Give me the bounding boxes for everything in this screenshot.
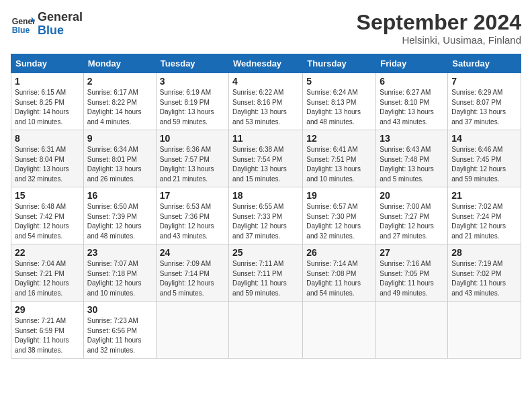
svg-text:General: General bbox=[12, 17, 35, 26]
day-info: Sunrise: 6:48 AMSunset: 7:42 PMDaylight:… bbox=[15, 202, 80, 241]
day-info: Sunrise: 6:22 AMSunset: 8:16 PMDaylight:… bbox=[232, 88, 299, 127]
calendar-cell: 23Sunrise: 7:07 AMSunset: 7:18 PMDayligh… bbox=[83, 244, 156, 302]
day-number: 14 bbox=[451, 133, 517, 144]
calendar-cell: 2Sunrise: 6:17 AMSunset: 8:22 PMDaylight… bbox=[83, 73, 156, 130]
calendar-cell: 22Sunrise: 7:04 AMSunset: 7:21 PMDayligh… bbox=[11, 244, 84, 302]
day-number: 12 bbox=[306, 133, 372, 144]
day-number: 24 bbox=[160, 247, 225, 258]
day-info: Sunrise: 7:02 AMSunset: 7:24 PMDaylight:… bbox=[451, 202, 517, 241]
day-info: Sunrise: 7:16 AMSunset: 7:05 PMDaylight:… bbox=[380, 259, 444, 298]
calendar-cell: 8Sunrise: 6:31 AMSunset: 8:04 PMDaylight… bbox=[11, 130, 84, 187]
day-info: Sunrise: 6:27 AMSunset: 8:10 PMDaylight:… bbox=[380, 88, 444, 127]
day-number: 15 bbox=[15, 190, 80, 201]
day-number: 28 bbox=[451, 247, 517, 258]
day-info: Sunrise: 6:29 AMSunset: 8:07 PMDaylight:… bbox=[451, 88, 517, 127]
calendar-cell: 7Sunrise: 6:29 AMSunset: 8:07 PMDaylight… bbox=[448, 73, 521, 130]
logo-general: General bbox=[38, 10, 83, 24]
day-info: Sunrise: 6:38 AMSunset: 7:54 PMDaylight:… bbox=[232, 145, 299, 184]
day-number: 23 bbox=[87, 247, 152, 258]
day-info: Sunrise: 7:23 AMSunset: 6:56 PMDaylight:… bbox=[87, 316, 152, 355]
calendar-cell bbox=[303, 302, 376, 359]
day-info: Sunrise: 7:00 AMSunset: 7:27 PMDaylight:… bbox=[380, 202, 444, 241]
weekday-header: Friday bbox=[376, 54, 448, 73]
calendar-cell: 3Sunrise: 6:19 AMSunset: 8:19 PMDaylight… bbox=[156, 73, 228, 130]
calendar-week-row: 29Sunrise: 7:21 AMSunset: 6:59 PMDayligh… bbox=[11, 302, 521, 359]
day-info: Sunrise: 7:07 AMSunset: 7:18 PMDaylight:… bbox=[87, 259, 152, 298]
weekday-header: Monday bbox=[83, 54, 156, 73]
day-info: Sunrise: 6:55 AMSunset: 7:33 PMDaylight:… bbox=[232, 202, 299, 241]
day-number: 9 bbox=[87, 133, 152, 144]
calendar-cell: 21Sunrise: 7:02 AMSunset: 7:24 PMDayligh… bbox=[448, 187, 521, 244]
day-info: Sunrise: 6:53 AMSunset: 7:36 PMDaylight:… bbox=[160, 202, 225, 241]
day-number: 5 bbox=[306, 76, 372, 87]
calendar-cell: 16Sunrise: 6:50 AMSunset: 7:39 PMDayligh… bbox=[83, 187, 156, 244]
calendar-week-row: 15Sunrise: 6:48 AMSunset: 7:42 PMDayligh… bbox=[11, 187, 521, 244]
calendar-cell: 19Sunrise: 6:57 AMSunset: 7:30 PMDayligh… bbox=[303, 187, 376, 244]
calendar-cell bbox=[229, 302, 303, 359]
day-info: Sunrise: 6:50 AMSunset: 7:39 PMDaylight:… bbox=[87, 202, 152, 241]
calendar-cell: 18Sunrise: 6:55 AMSunset: 7:33 PMDayligh… bbox=[229, 187, 303, 244]
calendar-cell: 10Sunrise: 6:36 AMSunset: 7:57 PMDayligh… bbox=[156, 130, 228, 187]
day-info: Sunrise: 6:17 AMSunset: 8:22 PMDaylight:… bbox=[87, 88, 152, 127]
calendar-cell: 27Sunrise: 7:16 AMSunset: 7:05 PMDayligh… bbox=[376, 244, 448, 302]
weekday-header: Thursday bbox=[303, 54, 376, 73]
calendar-cell: 4Sunrise: 6:22 AMSunset: 8:16 PMDaylight… bbox=[229, 73, 303, 130]
calendar-cell: 24Sunrise: 7:09 AMSunset: 7:14 PMDayligh… bbox=[156, 244, 228, 302]
day-info: Sunrise: 6:43 AMSunset: 7:48 PMDaylight:… bbox=[380, 145, 444, 184]
day-number: 13 bbox=[380, 133, 444, 144]
month-title: September 2024 bbox=[357, 11, 521, 34]
day-info: Sunrise: 6:24 AMSunset: 8:13 PMDaylight:… bbox=[306, 88, 372, 127]
calendar-cell: 17Sunrise: 6:53 AMSunset: 7:36 PMDayligh… bbox=[156, 187, 228, 244]
calendar-week-row: 22Sunrise: 7:04 AMSunset: 7:21 PMDayligh… bbox=[11, 244, 521, 302]
day-number: 16 bbox=[87, 190, 152, 201]
calendar-cell: 6Sunrise: 6:27 AMSunset: 8:10 PMDaylight… bbox=[376, 73, 448, 130]
day-number: 3 bbox=[160, 76, 225, 87]
calendar-cell: 15Sunrise: 6:48 AMSunset: 7:42 PMDayligh… bbox=[11, 187, 84, 244]
day-info: Sunrise: 6:31 AMSunset: 8:04 PMDaylight:… bbox=[15, 145, 80, 184]
calendar-cell: 14Sunrise: 6:46 AMSunset: 7:45 PMDayligh… bbox=[448, 130, 521, 187]
day-info: Sunrise: 6:36 AMSunset: 7:57 PMDaylight:… bbox=[160, 145, 225, 184]
weekday-header: Wednesday bbox=[229, 54, 303, 73]
calendar-cell bbox=[448, 302, 521, 359]
day-info: Sunrise: 7:09 AMSunset: 7:14 PMDaylight:… bbox=[160, 259, 225, 298]
day-number: 26 bbox=[306, 247, 372, 258]
day-info: Sunrise: 6:57 AMSunset: 7:30 PMDaylight:… bbox=[306, 202, 372, 241]
logo: General Blue General Blue bbox=[11, 11, 83, 38]
day-number: 11 bbox=[232, 133, 299, 144]
calendar-cell: 13Sunrise: 6:43 AMSunset: 7:48 PMDayligh… bbox=[376, 130, 448, 187]
calendar-cell: 12Sunrise: 6:41 AMSunset: 7:51 PMDayligh… bbox=[303, 130, 376, 187]
day-number: 29 bbox=[15, 304, 80, 315]
day-info: Sunrise: 6:15 AMSunset: 8:25 PMDaylight:… bbox=[15, 88, 80, 127]
day-number: 22 bbox=[15, 247, 80, 258]
day-number: 20 bbox=[380, 190, 444, 201]
calendar-week-row: 1Sunrise: 6:15 AMSunset: 8:25 PMDaylight… bbox=[11, 73, 521, 130]
weekday-header: Sunday bbox=[11, 54, 84, 73]
calendar-cell: 11Sunrise: 6:38 AMSunset: 7:54 PMDayligh… bbox=[229, 130, 303, 187]
calendar-cell bbox=[156, 302, 228, 359]
day-info: Sunrise: 6:41 AMSunset: 7:51 PMDaylight:… bbox=[306, 145, 372, 184]
day-number: 17 bbox=[160, 190, 225, 201]
day-info: Sunrise: 7:04 AMSunset: 7:21 PMDaylight:… bbox=[15, 259, 80, 298]
day-number: 4 bbox=[232, 76, 299, 87]
calendar-cell: 26Sunrise: 7:14 AMSunset: 7:08 PMDayligh… bbox=[303, 244, 376, 302]
calendar-cell: 30Sunrise: 7:23 AMSunset: 6:56 PMDayligh… bbox=[83, 302, 156, 359]
calendar-cell: 28Sunrise: 7:19 AMSunset: 7:02 PMDayligh… bbox=[448, 244, 521, 302]
calendar-cell: 20Sunrise: 7:00 AMSunset: 7:27 PMDayligh… bbox=[376, 187, 448, 244]
day-info: Sunrise: 7:19 AMSunset: 7:02 PMDaylight:… bbox=[451, 259, 517, 298]
day-number: 8 bbox=[15, 133, 80, 144]
day-number: 27 bbox=[380, 247, 444, 258]
day-number: 30 bbox=[87, 304, 152, 315]
weekday-header: Saturday bbox=[448, 54, 521, 73]
day-info: Sunrise: 6:46 AMSunset: 7:45 PMDaylight:… bbox=[451, 145, 517, 184]
calendar-cell bbox=[376, 302, 448, 359]
logo-icon: General Blue bbox=[11, 12, 35, 36]
day-info: Sunrise: 6:34 AMSunset: 8:01 PMDaylight:… bbox=[87, 145, 152, 184]
calendar-cell: 9Sunrise: 6:34 AMSunset: 8:01 PMDaylight… bbox=[83, 130, 156, 187]
day-info: Sunrise: 7:21 AMSunset: 6:59 PMDaylight:… bbox=[15, 316, 80, 355]
title-block: September 2024 Helsinki, Uusimaa, Finlan… bbox=[357, 11, 521, 46]
day-number: 6 bbox=[380, 76, 444, 87]
day-number: 25 bbox=[232, 247, 299, 258]
calendar-cell: 1Sunrise: 6:15 AMSunset: 8:25 PMDaylight… bbox=[11, 73, 84, 130]
day-number: 21 bbox=[451, 190, 517, 201]
day-number: 7 bbox=[451, 76, 517, 87]
